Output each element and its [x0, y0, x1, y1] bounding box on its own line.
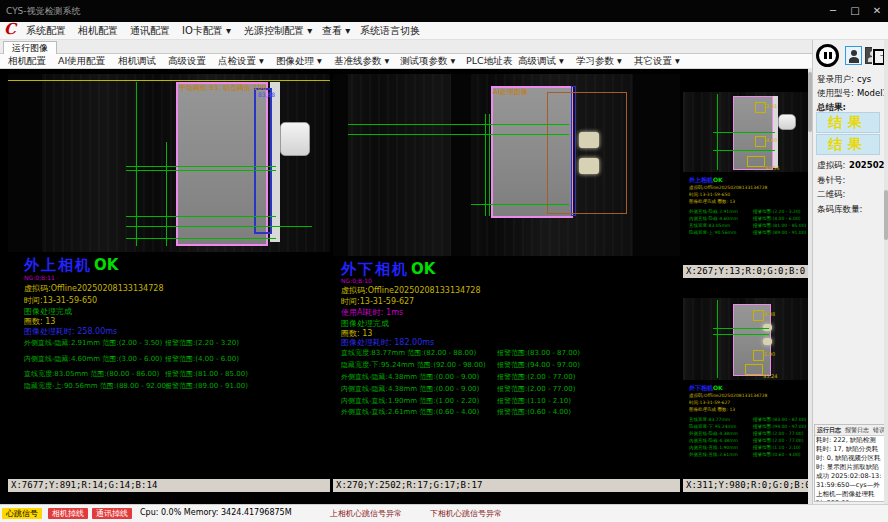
- elapsed-text: 图像处理耗时: 258.00ms: [24, 326, 117, 337]
- close-button[interactable]: ✕: [866, 0, 888, 22]
- detection-line: [126, 216, 276, 217]
- user-icon: [849, 57, 859, 63]
- barcode-text: 虚拟码:Offline20250208133134728: [341, 285, 480, 296]
- camera-title: 外下相机: [689, 384, 713, 391]
- login-user-value: cys: [857, 74, 871, 84]
- toolbar-ai-config[interactable]: AI使用配置: [58, 54, 105, 68]
- minimize-button[interactable]: ─: [822, 0, 844, 22]
- mini-measurement-block: 直线宽度:83.77mm 隐藏宽度-下:95.24mm 外侧直线-隐藏:4.38…: [689, 416, 751, 458]
- image-dark-region: [333, 74, 348, 256]
- mini-measurement-block: 外侧直线-隐藏:2.91mm 内侧直线-隐藏:4.60mm 直线宽度:83.05…: [689, 208, 751, 236]
- alarm-range-text: 报警范围:(81.00 - 85.00): [165, 369, 248, 379]
- result-box-1: 结果: [816, 112, 880, 133]
- toolbar-camera-debug[interactable]: 相机调试: [118, 54, 156, 68]
- measurement-text: 隐藏宽度-下:95.24mm 范围:(92.00 - 98.00): [341, 361, 486, 369]
- toolbar-other-config[interactable]: 其它设置 ▾: [634, 54, 680, 68]
- alarm-range-text: 报警范围:(4.00 - 6.00): [165, 354, 239, 364]
- menu-item-camera-config[interactable]: 相机配置: [78, 22, 118, 39]
- result-box-2: 结果: [816, 134, 880, 155]
- menu-item-light-config[interactable]: 光源控制配置 ▾: [244, 22, 312, 39]
- toolbar-advanced-config[interactable]: 高级设置: [168, 54, 206, 68]
- alarm-range-text: 报警范围:(83.00 - 87.00): [497, 348, 580, 358]
- menu-item-comm-config[interactable]: 通讯配置: [130, 22, 170, 39]
- reel-needle-label: 卷针号:: [817, 175, 845, 187]
- log-text: 耗时: 222, 缺陷检测耗时: 17, 缺陷分类耗时: 0, 缺陷视频分区耗时…: [816, 436, 882, 502]
- baseline-yellow-line: [8, 80, 330, 81]
- measurement-text: 内侧直线-直线:1.90mm 范围:(1.00 - 2.20): [341, 397, 479, 405]
- measurement-text: 内侧直线-隐藏:4.38mm 范围:(0.00 - 9.00): [341, 385, 479, 393]
- time-text: 时间:13-31-59-627: [341, 296, 414, 307]
- detection-line: [126, 226, 312, 227]
- vertical-scrollbar-right[interactable]: [884, 40, 888, 504]
- measurement-text: 外侧直线-隐藏:4.38mm 范围:(0.00 - 9.00): [341, 373, 479, 381]
- log-tab-run[interactable]: 运行日志: [815, 426, 843, 433]
- highlight-blob: [579, 132, 599, 148]
- measurement-text: 外侧直线-直线:2.61mm 范围:(0.60 - 4.00): [341, 408, 479, 416]
- mini-camera-image[interactable]: 4.38 1.90 95.24: [683, 298, 808, 380]
- measurement-text: 内侧直线-隐藏:4.60mm 范围:(3.00 - 6.00): [24, 355, 162, 363]
- status-bar: 心跳信号 相机掉线 通讯掉线 Cpu: 0.0% Memory: 3424.41…: [0, 504, 888, 522]
- measurement-text: 外侧直线-隐藏:2.91mm 范围:(2.00 - 3.50): [24, 339, 162, 347]
- pause-icon: [829, 52, 832, 59]
- result-status: OK: [713, 176, 723, 183]
- alarm-range-text: 报警范围:(1.10 - 2.10): [497, 396, 571, 406]
- camera-title: 外上相机: [24, 256, 92, 274]
- pause-button[interactable]: [816, 44, 839, 67]
- measurement-text: 直线宽度:83.05mm 范围:(80.00 - 86.00): [24, 370, 159, 378]
- coordinate-bar: X:311;Y:980;R:0;G:0;B:0: [683, 479, 808, 492]
- camera-title: 外下相机: [341, 260, 409, 278]
- highlight-blob: [763, 338, 772, 345]
- image-dark-region: [633, 74, 680, 256]
- maximize-button[interactable]: □: [844, 0, 866, 22]
- toolbar-camera-config[interactable]: 相机配置: [8, 54, 46, 68]
- annotation-box: [753, 350, 764, 361]
- camera-title-row: 外上相机OK: [24, 256, 118, 275]
- center-camera-panel: AI处理图像 外下相机OK NG:0;B:10 虚拟码:Offline20250…: [333, 74, 680, 492]
- left-camera-image[interactable]: 手动阈值:93, 动态阈值:100 83,88: [8, 74, 330, 252]
- virtual-code-label: 虚拟码:: [817, 160, 845, 172]
- measurement-row: 直线宽度:83.05mm 范围:(80.00 - 86.00)报警范围:(81.…: [24, 369, 324, 379]
- login-user-button[interactable]: [845, 46, 862, 65]
- toolbar-image-process[interactable]: 图像处理 ▾: [276, 54, 322, 68]
- scrollbar-thumb[interactable]: [884, 190, 888, 240]
- ai-elapsed-text: 使用AI耗时: 1ms: [341, 307, 403, 318]
- menu-item-system-config[interactable]: 系统配置: [26, 22, 66, 39]
- toolbar-learn-params[interactable]: 学习参数 ▾: [576, 54, 622, 68]
- annotation-label: 4.38: [764, 311, 775, 317]
- annotation-label: 95.24: [763, 373, 777, 379]
- warn-lower-camera: 下相机心跳信号异常: [430, 508, 502, 519]
- model-label: 使用型号:: [817, 88, 854, 100]
- result-status: OK: [411, 260, 435, 278]
- log-tab-alarm[interactable]: 报警日志: [843, 426, 871, 433]
- toolbar-test-params[interactable]: 测试项参数 ▾: [400, 54, 455, 68]
- detection-line: [717, 300, 718, 378]
- detection-line: [713, 334, 769, 335]
- annotation-label: 2.91: [766, 103, 777, 109]
- alarm-range-text: 报警范围:(2.20 - 3.20): [165, 338, 239, 348]
- toolbar-advanced-debug[interactable]: 高级调试 ▾: [518, 54, 564, 68]
- measurement-row: 隐藏宽度-下:95.24mm 范围:(92.00 - 98.00)报警范围:(9…: [341, 360, 676, 370]
- center-camera-image[interactable]: AI处理图像: [333, 74, 680, 256]
- ai-overlay: AI处理图像: [493, 87, 528, 97]
- annotation-box: [755, 136, 766, 147]
- annotation-label: 1.90: [764, 351, 775, 357]
- measurement-row: 外侧直线-隐藏:2.91mm 范围:(2.00 - 3.50)报警范围:(2.2…: [24, 338, 324, 348]
- detection-line: [485, 114, 486, 216]
- toolbar-baseline-params[interactable]: 基准线参数 ▾: [334, 54, 389, 68]
- measurement-row: 隐藏宽度-上:90.56mm 范围:(88.00 - 92.00)报警范围:(8…: [24, 381, 324, 391]
- coordinate-bar: X:7677;Y:891;R:14;G:14;B:14: [8, 479, 330, 492]
- elapsed-text: 图像处理耗时: 182.00ms: [341, 337, 434, 348]
- tab-run-image[interactable]: 运行图像: [3, 41, 57, 54]
- measurement-text: 直线宽度:83.77mm 范围:(82.00 - 88.00): [341, 349, 476, 357]
- toolbar-plc-table[interactable]: PLC地址表: [466, 54, 512, 68]
- measurement-text: 隐藏宽度-上:90.56mm 范围:(88.00 - 92.00): [24, 382, 169, 390]
- menu-item-io-config[interactable]: IO卡配置 ▾: [182, 22, 231, 39]
- virtual-code-value: 20250208: [849, 160, 888, 170]
- sidebar: → 登录用户: cys 使用型号: Model1 总结果: 结果 结果 虚拟码:…: [812, 40, 888, 504]
- menu-item-view[interactable]: 查看 ▾: [322, 22, 350, 39]
- camera-offline-badge: 相机掉线: [48, 508, 88, 519]
- toolbar-check-config[interactable]: 点检设置 ▾: [218, 54, 264, 68]
- menu-item-language-switch[interactable]: 系统语言切换: [360, 22, 420, 39]
- mini-camera-image[interactable]: 2.91 4.60 90.56: [683, 92, 808, 172]
- detection-line: [126, 166, 276, 167]
